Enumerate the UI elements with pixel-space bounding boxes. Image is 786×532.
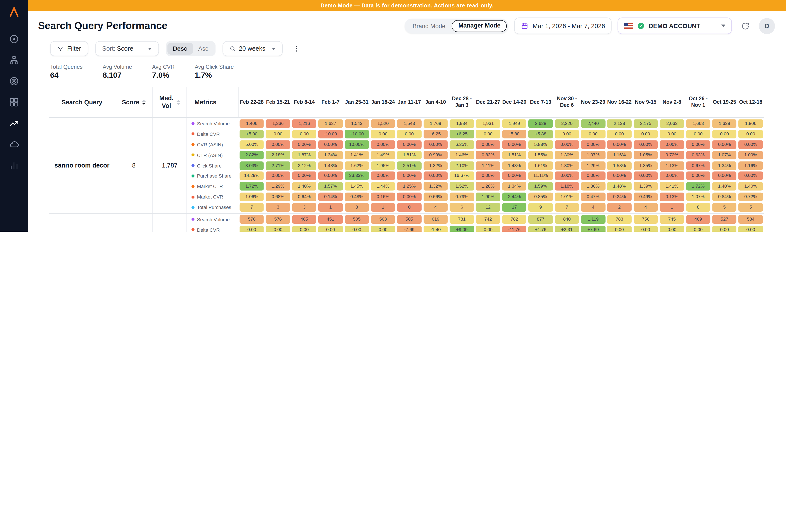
more-options-button[interactable]: [290, 42, 304, 56]
heatmap-cell: 0.00%: [607, 140, 631, 149]
metric-dot-icon: [191, 143, 194, 146]
user-avatar[interactable]: D: [759, 18, 775, 34]
heatmap-cell: 1: [660, 203, 684, 212]
heatmap-cell: 2.51%: [397, 161, 421, 170]
heatmap-cell: 2,440: [581, 119, 605, 128]
heatmap-cell: 1.41%: [345, 151, 369, 159]
heatmap-cell: 3: [292, 203, 316, 212]
heatmap-cell: 3: [266, 203, 290, 212]
heatmap-cell: 877: [528, 215, 553, 224]
heatmap-cell: 2,175: [633, 119, 658, 128]
chevron-down-icon: [272, 47, 276, 50]
heatmap-cell: 505: [397, 215, 421, 224]
heatmap-cell: 0.00%: [633, 140, 658, 149]
heatmap-cell: 576: [266, 215, 290, 224]
heatmap-cell: 2.44%: [502, 193, 526, 201]
cloud-icon[interactable]: [8, 139, 20, 150]
manager-mode-tab[interactable]: Manager Mode: [452, 20, 507, 32]
heatmap-cell: 8: [686, 203, 710, 212]
query-name-cell[interactable]: sanrio room decor: [49, 118, 115, 213]
heatmap-cell: 1.28%: [476, 182, 500, 191]
dashboard-icon[interactable]: [8, 97, 20, 108]
date-range-value: Mar 1, 2026 - Mar 7, 2026: [533, 22, 605, 29]
metric-label: Purchase Share: [187, 173, 238, 179]
compass-icon[interactable]: [8, 33, 20, 45]
week-column-header: Dec 7-13: [528, 99, 554, 106]
heatmap-cell: 0.00%: [502, 140, 526, 149]
heatmap-cell: 2.82%: [239, 151, 264, 159]
heatmap-cell: 1.06%: [239, 193, 264, 201]
metric-row: Search Volume1,4061,2361,2161,6271,5431,…: [187, 118, 764, 129]
heatmap-cell: 0.00: [397, 130, 421, 138]
heatmap-cell: 782: [502, 215, 526, 224]
heatmap-cell: 3: [345, 203, 369, 212]
heatmap-cell: 563: [371, 215, 395, 224]
heatmap-cell: 3.03%: [239, 161, 264, 170]
heatmap-cell: 1: [371, 203, 395, 212]
heatmap-cell: 2.12%: [292, 161, 316, 170]
column-header-med-vol[interactable]: Med. Vol: [153, 87, 187, 117]
week-column-header: Jan 4-10: [422, 99, 449, 106]
asc-option[interactable]: Asc: [193, 43, 214, 54]
heatmap-cell: 1,543: [397, 119, 421, 128]
heatmap-cell: 1.40%: [292, 182, 316, 191]
date-range-picker[interactable]: Mar 1, 2026 - Mar 7, 2026: [515, 18, 611, 34]
heatmap-cell: 5.00%: [239, 140, 264, 149]
bar-chart-icon[interactable]: [8, 160, 20, 171]
app-logo[interactable]: [8, 6, 20, 18]
heatmap-cell: 1.07%: [712, 151, 736, 159]
heatmap-cell: 0.00: [686, 226, 710, 232]
query-name-cell[interactable]: sanrio poster: [49, 214, 115, 232]
heatmap-cell: 0.00%: [712, 172, 736, 180]
heatmap-cell: +10.00: [345, 130, 369, 138]
us-flag-icon: [624, 23, 633, 29]
heatmap-cell: 0.48%: [345, 193, 369, 201]
heatmap-cell: 1,984: [450, 119, 474, 128]
heatmap-cell: 1.05%: [633, 151, 658, 159]
week-column-header: Oct 19-25: [711, 99, 738, 106]
heatmap-cell: 0.68%: [266, 193, 290, 201]
heatmap-cell: 0.00%: [581, 172, 605, 180]
heatmap-cell: 2.71%: [266, 161, 290, 170]
metric-dot-icon: [191, 195, 194, 199]
page-title: Search Query Performance: [38, 20, 167, 32]
desc-option[interactable]: Desc: [167, 43, 192, 54]
heatmap-cell: 14.29%: [239, 172, 264, 180]
metric-row: Delta CVR0.000.000.000.000.000.00-7.69-1…: [187, 225, 764, 232]
heatmap-cell: 0.72%: [660, 151, 684, 159]
query-group-row: sanrio poster14601Search Volume576576465…: [49, 214, 764, 232]
search-icon: [229, 46, 235, 52]
refresh-button[interactable]: [738, 18, 753, 33]
heatmap-cell: 0.00: [739, 226, 763, 232]
weeks-dropdown[interactable]: 20 weeks: [222, 41, 283, 56]
week-column-header: Jan 25-31: [344, 99, 370, 106]
heatmap-cell: 1.11%: [476, 161, 500, 170]
trending-up-icon[interactable]: [8, 118, 20, 129]
heatmap-cell: 0.00%: [266, 140, 290, 149]
stat-label: Avg Click Share: [195, 64, 234, 70]
account-selector[interactable]: DEMO ACCOUNT: [618, 18, 732, 34]
heatmap-cell: 0.00%: [397, 193, 421, 201]
heatmap-cell: 0.72%: [739, 193, 763, 201]
mode-toggle: Brand Mode Manager Mode: [404, 18, 508, 33]
sort-dropdown[interactable]: Sort: Score: [95, 41, 159, 56]
brand-mode-tab[interactable]: Brand Mode: [406, 20, 452, 32]
heatmap-cell: 0.00%: [739, 140, 763, 149]
heatmap-cell: 0.00: [292, 130, 316, 138]
heatmap-cell: 1.39%: [633, 182, 658, 191]
sitemap-icon[interactable]: [8, 54, 20, 66]
heatmap-cell: 0.13%: [660, 193, 684, 201]
performance-table: Search Query Score Med. Vol Metrics Feb …: [49, 87, 764, 232]
column-header-metrics: Metrics: [187, 87, 238, 117]
heatmap-cell: 0.00%: [660, 172, 684, 180]
query-med-vol-cell: 1,787: [153, 118, 187, 213]
target-icon[interactable]: [8, 76, 20, 87]
heatmap-cell: 1.00%: [739, 151, 763, 159]
heatmap-cell: 0.00%: [607, 172, 631, 180]
metric-dot-icon: [191, 206, 194, 209]
heatmap-cell: 1.32%: [423, 161, 447, 170]
heatmap-cell: 0.84%: [712, 193, 736, 201]
filter-button[interactable]: Filter: [50, 41, 88, 56]
column-header-score[interactable]: Score: [115, 87, 153, 117]
heatmap-cell: -6.25: [423, 130, 447, 138]
